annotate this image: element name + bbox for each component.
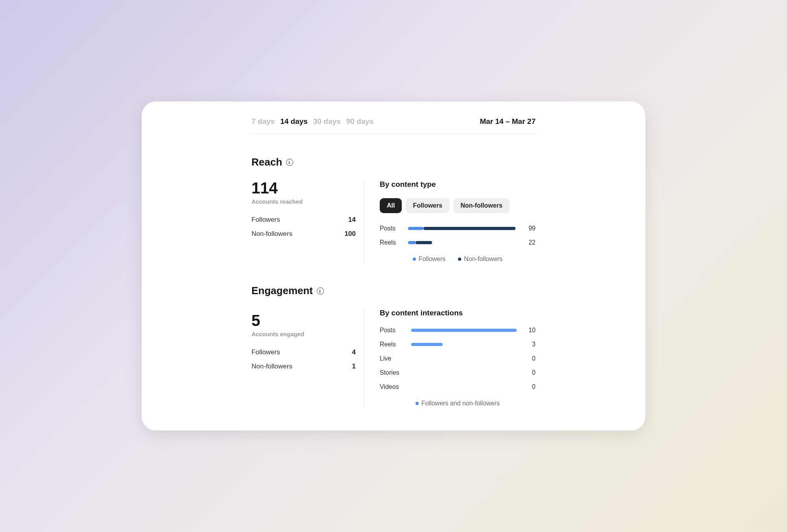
- eng-bar-live-value: 0: [525, 355, 536, 362]
- reach-bar-posts-track: [408, 227, 517, 230]
- reach-section: Reach 114 Accounts reached Followers 14 …: [251, 156, 536, 263]
- info-icon[interactable]: [317, 287, 324, 295]
- engagement-total: 5: [251, 313, 356, 328]
- date-range: Mar 14 – Mar 27: [480, 117, 536, 126]
- reach-total-label: Accounts reached: [251, 198, 356, 205]
- engagement-nonfollowers-value: 1: [352, 363, 356, 370]
- filter-all[interactable]: All: [380, 198, 402, 213]
- eng-bar-stories-value: 0: [525, 369, 536, 376]
- eng-bar-posts-seg: [411, 329, 517, 332]
- engagement-followers-row: Followers 4: [251, 348, 356, 356]
- eng-bar-live: Live 0: [380, 355, 536, 362]
- reach-bar-posts-followers: [408, 227, 423, 230]
- reach-bar-reels-nonfollowers: [416, 241, 432, 244]
- filter-followers[interactable]: Followers: [406, 198, 449, 213]
- reach-followers-row: Followers 14: [251, 216, 356, 224]
- eng-bar-videos-value: 0: [525, 383, 536, 390]
- eng-bar-reels-seg: [411, 343, 443, 346]
- header-row: 7 days 14 days 30 days 90 days Mar 14 – …: [251, 117, 536, 134]
- reach-legend: Followers Non-followers: [380, 256, 536, 263]
- info-icon-line: [289, 162, 290, 164]
- eng-bar-reels-value: 3: [525, 341, 536, 348]
- reach-bar-posts: Posts 99: [380, 225, 536, 232]
- filter-nonfollowers[interactable]: Non-followers: [453, 198, 510, 213]
- eng-bar-reels-track: [411, 343, 517, 346]
- reach-bar-posts-nonfollowers: [423, 227, 516, 230]
- info-icon-dot: [320, 289, 320, 290]
- by-interactions-title: By content interactions: [380, 309, 536, 317]
- by-content-type-title: By content type: [380, 180, 536, 189]
- reach-bar-posts-label: Posts: [380, 225, 400, 232]
- reach-followers-label: Followers: [251, 216, 280, 224]
- range-tab-30days[interactable]: 30 days: [313, 117, 341, 126]
- content-inner: 7 days 14 days 30 days 90 days Mar 14 – …: [251, 117, 536, 407]
- legend-dot-followers: [413, 258, 416, 261]
- eng-bar-live-label: Live: [380, 355, 403, 362]
- engagement-nonfollowers-row: Non-followers 1: [251, 363, 356, 370]
- insights-card: 7 days 14 days 30 days 90 days Mar 14 – …: [142, 101, 645, 431]
- reach-total: 114: [251, 180, 356, 196]
- engagement-title: Engagement: [251, 285, 313, 297]
- eng-bar-reels: Reels 3: [380, 341, 536, 348]
- eng-bar-videos: Videos 0: [380, 383, 536, 390]
- reach-bar-reels-followers: [408, 241, 416, 244]
- reach-title: Reach: [251, 156, 282, 168]
- eng-bar-posts-label: Posts: [380, 327, 403, 334]
- legend-nonfollowers-label: Non-followers: [464, 256, 502, 263]
- reach-nonfollowers-value: 100: [345, 230, 356, 238]
- info-icon-dot: [289, 161, 290, 162]
- engagement-title-row: Engagement: [251, 285, 536, 297]
- eng-bar-videos-track: [411, 385, 517, 388]
- info-icon[interactable]: [286, 159, 293, 166]
- eng-bar-posts-track: [411, 329, 517, 332]
- engagement-followers-label: Followers: [251, 348, 280, 356]
- range-tab-14days[interactable]: 14 days: [280, 117, 308, 126]
- engagement-legend: Followers and non-followers: [380, 400, 536, 407]
- reach-bar-reels: Reels 22: [380, 239, 536, 246]
- engagement-followers-value: 4: [352, 348, 356, 356]
- legend-dot-combined: [416, 402, 419, 405]
- eng-bar-videos-label: Videos: [380, 383, 403, 390]
- reach-followers-value: 14: [348, 216, 356, 224]
- engagement-section: Engagement 5 Accounts engaged Followers …: [251, 285, 536, 407]
- eng-bar-reels-label: Reels: [380, 341, 403, 348]
- eng-bar-stories-track: [411, 371, 517, 374]
- reach-bar-posts-value: 99: [525, 225, 536, 232]
- legend-nonfollowers: Non-followers: [458, 256, 502, 263]
- legend-dot-nonfollowers: [458, 258, 461, 261]
- eng-bar-stories: Stories 0: [380, 369, 536, 376]
- reach-nonfollowers-label: Non-followers: [251, 230, 292, 238]
- eng-bar-posts: Posts 10: [380, 327, 536, 334]
- engagement-left-col: 5 Accounts engaged Followers 4 Non-follo…: [251, 309, 364, 407]
- engagement-right-col: By content interactions Posts 10 Reels: [364, 309, 536, 407]
- eng-bar-live-track: [411, 357, 517, 360]
- reach-bar-reels-track: [408, 241, 517, 244]
- content-type-filter-row: All Followers Non-followers: [380, 198, 536, 213]
- legend-followers-label: Followers: [419, 256, 445, 263]
- reach-title-row: Reach: [251, 156, 536, 168]
- reach-bar-reels-label: Reels: [380, 239, 400, 246]
- info-icon-line: [320, 291, 320, 293]
- range-tabs: 7 days 14 days 30 days 90 days: [251, 117, 373, 126]
- eng-bar-posts-value: 10: [525, 327, 536, 334]
- engagement-total-label: Accounts engaged: [251, 331, 356, 337]
- range-tab-7days[interactable]: 7 days: [251, 117, 275, 126]
- reach-bar-reels-value: 22: [525, 239, 536, 246]
- legend-followers: Followers: [413, 256, 445, 263]
- reach-columns: 114 Accounts reached Followers 14 Non-fo…: [251, 180, 536, 263]
- reach-right-col: By content type All Followers Non-follow…: [364, 180, 536, 263]
- reach-nonfollowers-row: Non-followers 100: [251, 230, 356, 238]
- engagement-nonfollowers-label: Non-followers: [251, 363, 292, 370]
- eng-bar-stories-label: Stories: [380, 369, 403, 376]
- legend-combined-label: Followers and non-followers: [421, 400, 500, 407]
- reach-left-col: 114 Accounts reached Followers 14 Non-fo…: [251, 180, 364, 263]
- engagement-columns: 5 Accounts engaged Followers 4 Non-follo…: [251, 309, 536, 407]
- legend-combined: Followers and non-followers: [416, 400, 500, 407]
- range-tab-90days[interactable]: 90 days: [346, 117, 374, 126]
